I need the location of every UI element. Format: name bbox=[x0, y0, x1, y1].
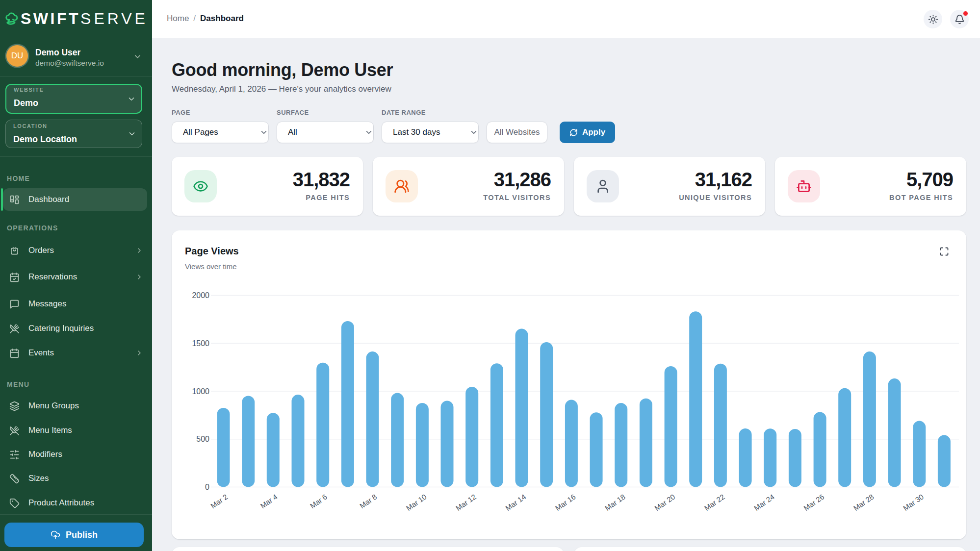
svg-text:Mar 22: Mar 22 bbox=[703, 493, 726, 513]
svg-text:Mar 18: Mar 18 bbox=[603, 493, 627, 513]
svg-text:500: 500 bbox=[196, 435, 209, 443]
svg-text:Mar 26: Mar 26 bbox=[802, 493, 825, 513]
svg-text:Mar 12: Mar 12 bbox=[454, 493, 478, 513]
svg-text:Mar 10: Mar 10 bbox=[405, 493, 428, 513]
svg-text:Mar 24: Mar 24 bbox=[752, 493, 776, 513]
svg-text:Views over time: Views over time bbox=[185, 262, 237, 271]
svg-text:Mar 28: Mar 28 bbox=[852, 493, 876, 513]
svg-text:Mar 14: Mar 14 bbox=[504, 493, 527, 513]
svg-text:Mar 20: Mar 20 bbox=[653, 493, 676, 513]
svg-text:2000: 2000 bbox=[192, 291, 209, 300]
svg-text:1000: 1000 bbox=[192, 387, 209, 396]
svg-text:Mar 4: Mar 4 bbox=[258, 493, 279, 510]
svg-text:1500: 1500 bbox=[192, 339, 209, 348]
svg-text:Page Views: Page Views bbox=[185, 246, 239, 256]
svg-text:Mar 2: Mar 2 bbox=[209, 493, 229, 510]
svg-text:Mar 8: Mar 8 bbox=[358, 493, 378, 510]
svg-text:0: 0 bbox=[205, 483, 209, 491]
svg-text:Mar 30: Mar 30 bbox=[902, 493, 925, 513]
svg-text:Mar 16: Mar 16 bbox=[554, 493, 577, 513]
svg-text:Mar 6: Mar 6 bbox=[309, 493, 329, 510]
